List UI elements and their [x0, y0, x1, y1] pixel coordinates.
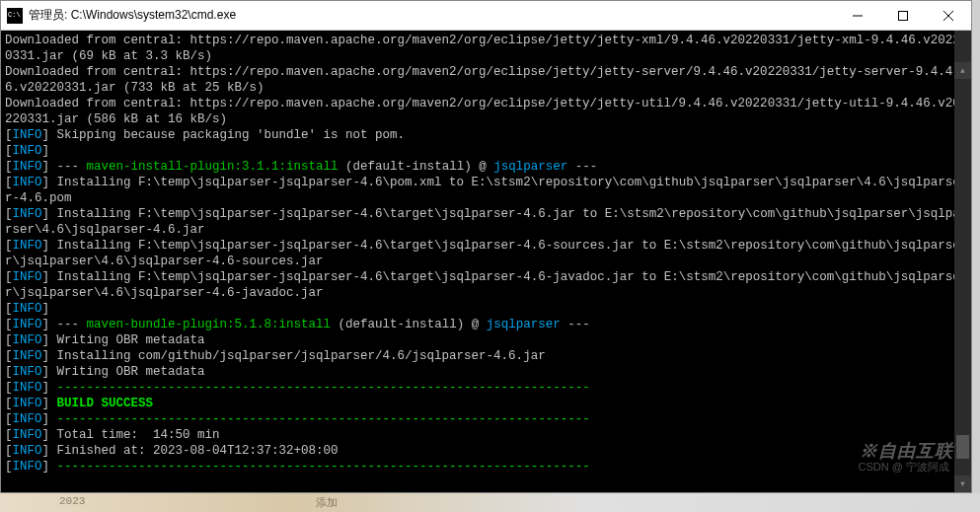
separator: ----------------------------------------…	[49, 412, 590, 426]
cmd-icon	[7, 8, 23, 24]
background-strip: 2023 添加	[0, 493, 980, 512]
titlebar[interactable]: 管理员: C:\Windows\system32\cmd.exe	[1, 1, 971, 31]
log-level-info: INFO	[13, 365, 42, 379]
output-line: Skipping because packaging 'bundle' is n…	[49, 128, 405, 142]
log-level-info: INFO	[13, 270, 42, 284]
log-level-info: INFO	[13, 333, 42, 347]
window-controls	[835, 1, 971, 30]
vertical-scrollbar[interactable]: ▲ ▼	[954, 31, 971, 492]
log-level-info: INFO	[13, 381, 42, 395]
log-level-info: INFO	[13, 302, 42, 316]
output-line: Downloaded from central: https://repo.ma…	[5, 97, 960, 126]
terminal-output[interactable]: Downloaded from central: https://repo.ma…	[1, 31, 971, 492]
window-title: 管理员: C:\Windows\system32\cmd.exe	[29, 7, 835, 24]
log-level-info: INFO	[13, 349, 42, 363]
maximize-button[interactable]	[880, 1, 926, 30]
watermark-logo: ※自由互联	[860, 443, 953, 459]
log-level-info: INFO	[13, 397, 42, 410]
watermark-credit: CSDN @ 宁波阿成	[859, 459, 949, 475]
log-level-info: INFO	[13, 176, 42, 189]
build-success: BUILD SUCCESS	[49, 397, 153, 410]
output-line: Installing F:\temp\jsqlparser-jsqlparser…	[5, 207, 960, 237]
finished-at: Finished at: 2023-08-04T12:37:32+08:00	[49, 444, 339, 458]
output-line: Installing F:\temp\jsqlparser-jsqlparser…	[5, 239, 960, 268]
output-line: Writing OBR metadata	[49, 333, 205, 347]
output-line: Installing F:\temp\jsqlparser-jsqlparser…	[5, 270, 960, 300]
log-level-info: INFO	[13, 444, 42, 458]
plugin-name: maven-bundle-plugin:5.1.8:install	[87, 318, 332, 331]
close-button[interactable]	[926, 1, 971, 30]
log-level-info: INFO	[13, 128, 42, 142]
separator: ----------------------------------------…	[49, 381, 590, 395]
project-name: jsqlparser	[493, 160, 567, 174]
log-level-info: INFO	[13, 207, 42, 221]
log-level-info: INFO	[13, 460, 42, 474]
command-prompt[interactable]: F:\temp\jsqlparser-jsqlparser-4.6>	[5, 491, 257, 492]
scroll-thumb[interactable]	[956, 435, 969, 459]
log-level-info: INFO	[13, 144, 42, 158]
separator: ----------------------------------------…	[49, 460, 590, 474]
scroll-up-arrow[interactable]: ▲	[954, 62, 971, 79]
output-line: Installing F:\temp\jsqlparser-jsqlparser…	[5, 176, 960, 205]
svg-rect-1	[899, 11, 908, 20]
scroll-down-arrow[interactable]: ▼	[954, 475, 971, 492]
output-line: Downloaded from central: https://repo.ma…	[5, 34, 960, 63]
log-level-info: INFO	[13, 239, 42, 253]
log-level-info: INFO	[13, 318, 42, 331]
project-name: jsqlparser	[487, 318, 561, 331]
output-line: Downloaded from central: https://repo.ma…	[5, 65, 952, 95]
plugin-name: maven-install-plugin:3.1.1:install	[87, 160, 339, 174]
log-level-info: INFO	[13, 412, 42, 426]
total-time: Total time: 14:50 min	[49, 428, 220, 442]
cmd-window: 管理员: C:\Windows\system32\cmd.exe Downloa…	[0, 0, 972, 493]
output-line: Writing OBR metadata	[49, 365, 205, 379]
output-line: Installing com/github/jsqlparser/jsqlpar…	[49, 349, 546, 363]
log-level-info: INFO	[13, 428, 42, 442]
minimize-button[interactable]	[835, 1, 880, 30]
log-level-info: INFO	[13, 160, 42, 174]
